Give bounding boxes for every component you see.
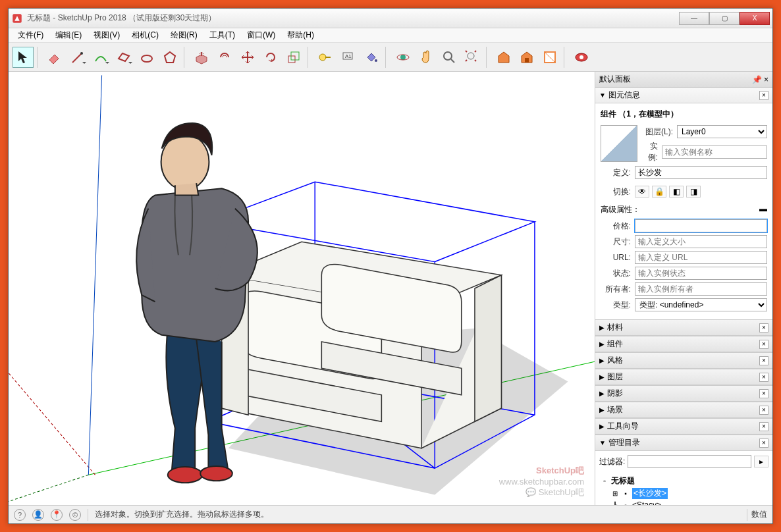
rotate-tool[interactable] bbox=[260, 47, 281, 68]
paintbucket-tool[interactable] bbox=[361, 47, 382, 68]
section-outliner[interactable]: ▼管理目录× bbox=[595, 435, 772, 451]
tray-close-icon[interactable]: × bbox=[764, 75, 768, 84]
section-layers[interactable]: ▶图层× bbox=[595, 369, 772, 385]
toggle-shadow-icon[interactable]: ◧ bbox=[669, 186, 684, 198]
zoom-tool[interactable] bbox=[439, 47, 460, 68]
svg-point-9 bbox=[400, 55, 406, 60]
tree-item-stacy[interactable]: ┗▪ <Stacy> bbox=[601, 500, 767, 505]
menu-camera[interactable]: 相机(C) bbox=[126, 28, 164, 42]
price-label: 价格: bbox=[601, 221, 631, 232]
owner-label: 所有者: bbox=[601, 284, 631, 295]
viewport[interactable]: SketchUp吧 www.sketchupbar.com 💬 SketchUp… bbox=[9, 72, 595, 505]
menu-tools[interactable]: 工具(T) bbox=[204, 28, 240, 42]
section-components[interactable]: ▶组件× bbox=[595, 336, 772, 352]
svg-line-20 bbox=[88, 75, 101, 475]
default-tray-header[interactable]: 默认面板 📌 × bbox=[595, 72, 772, 88]
extension-manager-tool[interactable] bbox=[571, 47, 592, 68]
section-styles[interactable]: ▶风格× bbox=[595, 352, 772, 369]
filter-label: 过滤器: bbox=[599, 456, 625, 467]
toggle-label: 切换: bbox=[601, 186, 631, 198]
orbit-tool[interactable] bbox=[392, 47, 414, 68]
toggle-receive-icon[interactable]: ◨ bbox=[686, 186, 701, 198]
maximize-button[interactable]: ▢ bbox=[709, 12, 740, 25]
tree-item-sofa[interactable]: ⊞▪ <长沙发> bbox=[601, 487, 767, 500]
svg-line-18 bbox=[9, 475, 88, 501]
body: SketchUp吧 www.sketchupbar.com 💬 SketchUp… bbox=[9, 72, 772, 505]
filter-row: 过滤器: ▸ bbox=[595, 451, 772, 472]
entity-info-close-icon[interactable]: × bbox=[759, 91, 768, 100]
type-select[interactable]: 类型: <undefined> bbox=[635, 298, 767, 311]
owner-input[interactable] bbox=[635, 282, 767, 296]
select-tool[interactable] bbox=[13, 47, 34, 68]
eraser-tool[interactable] bbox=[44, 47, 65, 68]
instance-input[interactable] bbox=[662, 146, 767, 159]
url-input[interactable] bbox=[635, 251, 767, 264]
line-tool[interactable] bbox=[67, 47, 88, 68]
status-user-icon[interactable]: 👤 bbox=[32, 509, 44, 521]
section-scenes[interactable]: ▶场景× bbox=[595, 402, 772, 418]
toolbar: A1 bbox=[9, 43, 772, 72]
definition-input[interactable] bbox=[635, 166, 767, 179]
svg-point-23 bbox=[161, 134, 209, 190]
size-label: 尺寸: bbox=[601, 236, 631, 248]
layer-label: 图层(L): bbox=[643, 126, 673, 138]
svg-point-22 bbox=[200, 466, 232, 481]
filter-menu-icon[interactable]: ▸ bbox=[754, 456, 768, 467]
status-credit-icon[interactable]: © bbox=[69, 509, 81, 521]
toggle-visible-icon[interactable]: 👁 bbox=[635, 186, 649, 198]
pushpull-tool[interactable] bbox=[191, 47, 212, 68]
outliner-tree: ▫ 无标题 ⊞▪ <长沙发> ┗▪ <Stacy> bbox=[595, 472, 772, 505]
arc-tool[interactable] bbox=[90, 47, 111, 68]
tree-root[interactable]: ▫ 无标题 bbox=[601, 475, 767, 487]
minimize-button[interactable]: — bbox=[679, 12, 709, 25]
extension-warehouse-tool[interactable] bbox=[516, 47, 537, 68]
statusbar: ? 👤 📍 © 选择对象。切换到扩充选择。拖动鼠标选择多项。 数值 bbox=[9, 505, 772, 523]
side-panel: 默认面板 📌 × ▼图元信息 × 组件 （1，在模型中） 图层(L): Laye… bbox=[595, 72, 772, 505]
offset-tool[interactable] bbox=[214, 47, 235, 68]
status-help-icon[interactable]: ? bbox=[14, 509, 26, 521]
section-materials[interactable]: ▶材料× bbox=[595, 319, 772, 336]
status-value-label: 数值 bbox=[751, 509, 767, 520]
text-tool[interactable]: A1 bbox=[338, 47, 359, 68]
status-input[interactable] bbox=[635, 267, 767, 280]
model-view bbox=[9, 72, 595, 505]
svg-point-12 bbox=[468, 53, 474, 59]
circle-tool[interactable] bbox=[136, 47, 157, 68]
layer-select[interactable]: Layer0 bbox=[677, 125, 767, 138]
filter-input[interactable] bbox=[628, 455, 751, 468]
component-title: 组件 （1，在模型中） bbox=[601, 109, 767, 120]
status-label: 状态: bbox=[601, 268, 631, 279]
close-button[interactable]: X bbox=[740, 12, 770, 25]
size-input[interactable] bbox=[635, 235, 767, 248]
entity-info-panel: 组件 （1，在模型中） 图层(L): Layer0 实例: 定义: 切换: bbox=[595, 103, 772, 319]
menu-draw[interactable]: 绘图(R) bbox=[165, 28, 203, 42]
price-input[interactable] bbox=[635, 219, 767, 232]
tape-tool[interactable] bbox=[315, 47, 336, 68]
status-geo-icon[interactable]: 📍 bbox=[51, 509, 63, 521]
move-tool[interactable] bbox=[237, 47, 258, 68]
status-hint: 选择对象。切换到扩充选择。拖动鼠标选择多项。 bbox=[95, 509, 269, 520]
svg-rect-3 bbox=[288, 56, 295, 63]
section-instructor[interactable]: ▶工具向导× bbox=[595, 418, 772, 435]
menu-window[interactable]: 窗口(W) bbox=[242, 28, 281, 42]
svg-point-5 bbox=[319, 54, 326, 61]
entity-info-header[interactable]: ▼图元信息 × bbox=[595, 88, 772, 103]
toggle-lock-icon[interactable]: 🔒 bbox=[652, 186, 666, 198]
pan-tool[interactable] bbox=[416, 47, 437, 68]
menu-view[interactable]: 视图(V) bbox=[88, 28, 125, 42]
zoom-extents-tool[interactable] bbox=[462, 47, 483, 68]
menu-file[interactable]: 文件(F) bbox=[13, 28, 49, 42]
rectangle-tool[interactable] bbox=[113, 47, 134, 68]
instance-label: 实例: bbox=[643, 141, 658, 163]
layout-tool[interactable] bbox=[539, 47, 560, 68]
scale-tool[interactable] bbox=[283, 47, 304, 68]
polygon-tool[interactable] bbox=[159, 47, 180, 68]
menu-edit[interactable]: 编辑(E) bbox=[50, 28, 87, 42]
svg-point-16 bbox=[579, 55, 583, 59]
component-thumbnail[interactable] bbox=[601, 125, 637, 162]
section-shadows[interactable]: ▶阴影× bbox=[595, 385, 772, 402]
menu-help[interactable]: 帮助(H) bbox=[282, 28, 319, 42]
window-title: 无标题 - SketchUp Pro 2018 （试用版还剩30天过期） bbox=[27, 13, 679, 24]
type-label: 类型: bbox=[601, 300, 631, 311]
warehouse-tool[interactable] bbox=[493, 47, 514, 68]
